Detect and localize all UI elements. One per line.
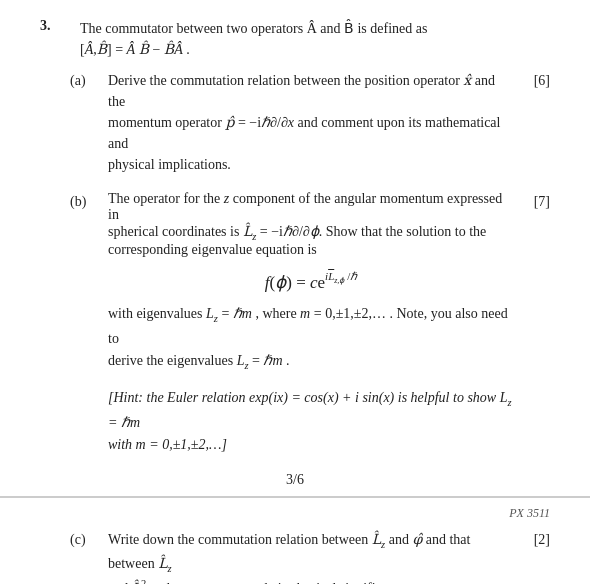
footer-section: PX 3511 (c) Write down the commutation r… xyxy=(0,498,590,584)
part-a-label: (a) xyxy=(70,70,108,91)
problem-number: 3. xyxy=(40,18,80,34)
part-a-marks: [6] xyxy=(514,70,550,91)
part-b-text2: spherical coordinates is L̂z = −iℏ∂/∂ϕ. … xyxy=(108,224,486,239)
hint-line1: [Hint: the Euler relation exp(ix) = cos(… xyxy=(108,390,512,430)
intro-line1: The commutator between two operators Â a… xyxy=(80,21,427,36)
part-b-label: (b) xyxy=(70,191,108,212)
problem-header: 3. The commutator between two operators … xyxy=(40,18,550,60)
eigenvalue-line1: with eigenvalues Lz = ℏm , where m = 0,±… xyxy=(108,306,508,346)
part-a-content: Derive the commutation relation between … xyxy=(108,70,514,175)
part-b-marks: [7] xyxy=(514,191,550,212)
part-a: (a) Derive the commutation relation betw… xyxy=(40,70,550,175)
part-c-label: (c) xyxy=(70,529,108,550)
part-b: (b) The operator for the z component of … xyxy=(40,191,550,456)
part-b-content: The operator for the z component of the … xyxy=(108,191,514,456)
footer-ref: PX 3511 xyxy=(40,506,550,521)
formula-text: f(ϕ) = ceiLz,ϕ /ℏ xyxy=(265,273,357,292)
part-a-text2: momentum operator p̂ = −iℏ∂/∂x and comme… xyxy=(108,115,500,151)
part-a-text3: physical implications. xyxy=(108,157,231,172)
hint-line2: with m = 0,±1,±2,…] xyxy=(108,437,227,452)
eigenvalue-section: with eigenvalues Lz = ℏm , where m = 0,±… xyxy=(108,303,514,375)
part-b-text3: corresponding eigenvalue equation is xyxy=(108,242,317,257)
part-c-content: Write down the commutation relation betw… xyxy=(108,529,514,584)
part-b-text1: The operator for the z component of the … xyxy=(108,191,502,222)
hint-section: [Hint: the Euler relation exp(ix) = cos(… xyxy=(108,387,514,456)
part-c: (c) Write down the commutation relation … xyxy=(40,529,550,584)
eigenvalue-line2: derive the eigenvalues Lz = ℏm . xyxy=(108,353,290,368)
intro-line2: [Â,B̂] = Â B̂ − B̂Â . xyxy=(80,42,190,57)
page-top: 3. The commutator between two operators … xyxy=(0,0,590,488)
problem-intro: The commutator between two operators Â a… xyxy=(80,18,550,60)
page-number: 3/6 xyxy=(40,472,550,488)
part-a-text1: Derive the commutation relation between … xyxy=(108,73,495,109)
formula-display: f(ϕ) = ceiLz,ϕ /ℏ xyxy=(108,272,514,294)
part-c-marks: [2] xyxy=(514,529,550,550)
part-c-text1: Write down the commutation relation betw… xyxy=(108,532,470,571)
